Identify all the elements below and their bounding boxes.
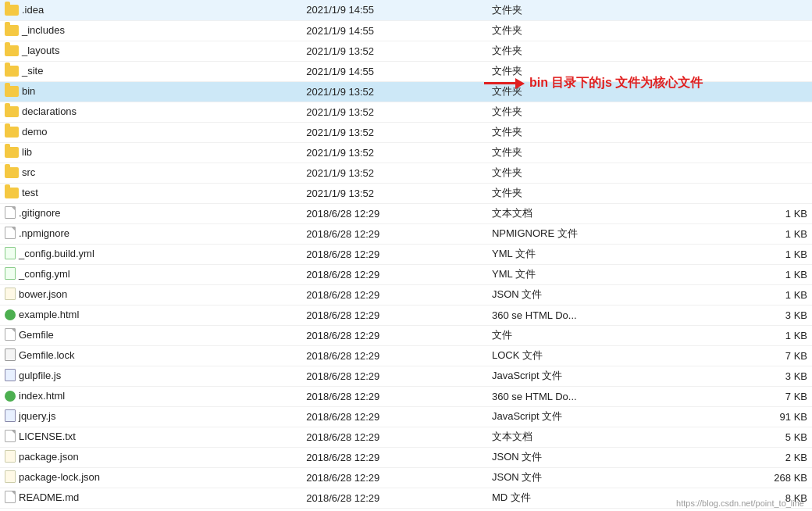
file-size-cell: 2 KB — [719, 508, 812, 511]
folder-icon — [5, 66, 19, 77]
file-size-cell — [719, 142, 812, 163]
file-type-cell: 360 se HTML Do... — [487, 386, 719, 406]
file-name: package-lock.json — [19, 471, 100, 483]
folder-icon — [5, 45, 19, 56]
file-name: .gitignore — [19, 207, 60, 219]
folder-icon — [5, 106, 19, 117]
table-row[interactable]: bower.json2018/6/28 12:29JSON 文件1 KB — [0, 284, 812, 305]
file-name-cell: package.json — [0, 447, 301, 467]
lock-icon — [5, 348, 16, 361]
file-name-cell: demo — [0, 122, 301, 142]
table-row[interactable]: rollup.config.js2018/6/28 12:29JavaScrip… — [0, 508, 812, 511]
folder-icon — [5, 188, 19, 198]
file-size-cell: 268 KB — [719, 467, 812, 488]
table-row[interactable]: Gemfile.lock2018/6/28 12:29LOCK 文件7 KB — [0, 345, 812, 366]
file-name: Gemfile — [19, 329, 54, 341]
file-date-cell: 2018/6/28 12:29 — [301, 406, 487, 427]
js-icon — [5, 369, 16, 381]
file-name-cell: package-lock.json — [0, 467, 301, 488]
table-row[interactable]: jquery.js2018/6/28 12:29JavaScript 文件91 … — [0, 406, 812, 427]
file-type-cell: 360 se HTML Do... — [487, 305, 719, 325]
file-name: index.html — [19, 390, 65, 402]
file-type-cell: 文件夹 — [487, 163, 719, 183]
file-size-cell: 1 KB — [719, 223, 812, 244]
table-row[interactable]: src2021/1/9 13:52文件夹 — [0, 163, 812, 183]
html-icon — [5, 309, 16, 320]
table-row[interactable]: .idea2021/1/9 14:55文件夹 — [0, 0, 812, 20]
file-date-cell: 2021/1/9 13:52 — [301, 163, 487, 183]
table-row[interactable]: package.json2018/6/28 12:29JSON 文件2 KB — [0, 447, 812, 467]
table-row[interactable]: .npmignore2018/6/28 12:29NPMIGNORE 文件1 K… — [0, 223, 812, 244]
table-row[interactable]: _config.yml2018/6/28 12:29YML 文件1 KB — [0, 264, 812, 284]
file-type-cell: 文本文档 — [487, 203, 719, 223]
file-name: .npmignore — [19, 227, 69, 239]
file-name: .idea — [22, 4, 44, 16]
file-name: jquery.js — [19, 410, 55, 422]
file-name-cell: gulpfile.js — [0, 366, 301, 386]
file-name: _config.yml — [19, 268, 70, 280]
annotation-container: bin 目录下的js 文件为核心文件 — [484, 75, 703, 91]
file-size-cell: 3 KB — [719, 305, 812, 325]
folder-icon — [5, 25, 19, 36]
file-name: test — [22, 187, 38, 198]
file-name-cell: test — [0, 183, 301, 203]
table-row[interactable]: LICENSE.txt2018/6/28 12:29文本文档5 KB — [0, 427, 812, 447]
file-type-cell: 文件夹 — [487, 0, 719, 20]
file-type-cell: 文件 — [487, 325, 719, 345]
file-date-cell: 2018/6/28 12:29 — [301, 223, 487, 244]
table-row[interactable]: test2021/1/9 13:52文件夹 — [0, 183, 812, 203]
file-name-cell: Gemfile.lock — [0, 345, 301, 366]
file-type-cell: LOCK 文件 — [487, 345, 719, 366]
file-name: demo — [22, 126, 48, 138]
file-type-cell: JavaScript 文件 — [487, 366, 719, 386]
table-row[interactable]: .gitignore2018/6/28 12:29文本文档1 KB — [0, 203, 812, 223]
file-type-cell: 文件夹 — [487, 183, 719, 203]
file-size-cell — [719, 122, 812, 142]
table-row[interactable]: _layouts2021/1/9 13:52文件夹 — [0, 41, 812, 61]
table-row[interactable]: package-lock.json2018/6/28 12:29JSON 文件2… — [0, 467, 812, 488]
file-date-cell: 2018/6/28 12:29 — [301, 325, 487, 345]
file-date-cell: 2018/6/28 12:29 — [301, 345, 487, 366]
file-date-cell: 2018/6/28 12:29 — [301, 386, 487, 406]
file-type-cell: JSON 文件 — [487, 447, 719, 467]
file-date-cell: 2018/6/28 12:29 — [301, 284, 487, 305]
file-icon — [5, 491, 16, 503]
json-icon — [5, 288, 16, 300]
file-name: _config.build.yml — [19, 248, 94, 259]
file-name: Gemfile.lock — [19, 349, 75, 361]
js-icon — [5, 409, 16, 422]
file-name-cell: rollup.config.js — [0, 508, 301, 511]
json-icon — [5, 450, 16, 463]
file-size-cell: 5 KB — [719, 427, 812, 447]
table-row[interactable]: Gemfile2018/6/28 12:29文件1 KB — [0, 325, 812, 345]
table-row[interactable]: gulpfile.js2018/6/28 12:29JavaScript 文件3… — [0, 366, 812, 386]
file-name-cell: index.html — [0, 386, 301, 406]
file-size-cell: 7 KB — [719, 345, 812, 366]
folder-icon — [5, 5, 19, 16]
folder-icon — [5, 86, 19, 97]
file-name-cell: lib — [0, 142, 301, 163]
file-size-cell: 2 KB — [719, 447, 812, 467]
table-row[interactable]: demo2021/1/9 13:52文件夹 — [0, 122, 812, 142]
file-size-cell: 1 KB — [719, 264, 812, 284]
table-row[interactable]: declarations2021/1/9 13:52文件夹 — [0, 102, 812, 122]
table-row[interactable]: _includes2021/1/9 14:55文件夹 — [0, 20, 812, 41]
file-size-cell — [719, 163, 812, 183]
file-date-cell: 2018/6/28 12:29 — [301, 366, 487, 386]
file-type-cell: JavaScript 文件 — [487, 406, 719, 427]
table-row[interactable]: index.html2018/6/28 12:29360 se HTML Do.… — [0, 386, 812, 406]
table-row[interactable]: example.html2018/6/28 12:29360 se HTML D… — [0, 305, 812, 325]
file-type-cell: YML 文件 — [487, 264, 719, 284]
file-icon — [5, 206, 16, 219]
file-name: README.md — [19, 491, 79, 503]
file-date-cell: 2018/6/28 12:29 — [301, 447, 487, 467]
table-row[interactable]: _config.build.yml2018/6/28 12:29YML 文件1 … — [0, 244, 812, 264]
file-type-cell: 文件夹 — [487, 20, 719, 41]
file-date-cell: 2018/6/28 12:29 — [301, 244, 487, 264]
file-date-cell: 2021/1/9 13:52 — [301, 41, 487, 61]
file-size-cell — [719, 20, 812, 41]
file-size-cell — [719, 0, 812, 20]
file-name: _site — [22, 65, 43, 77]
table-row[interactable]: lib2021/1/9 13:52文件夹 — [0, 142, 812, 163]
file-type-cell: 文本文档 — [487, 427, 719, 447]
